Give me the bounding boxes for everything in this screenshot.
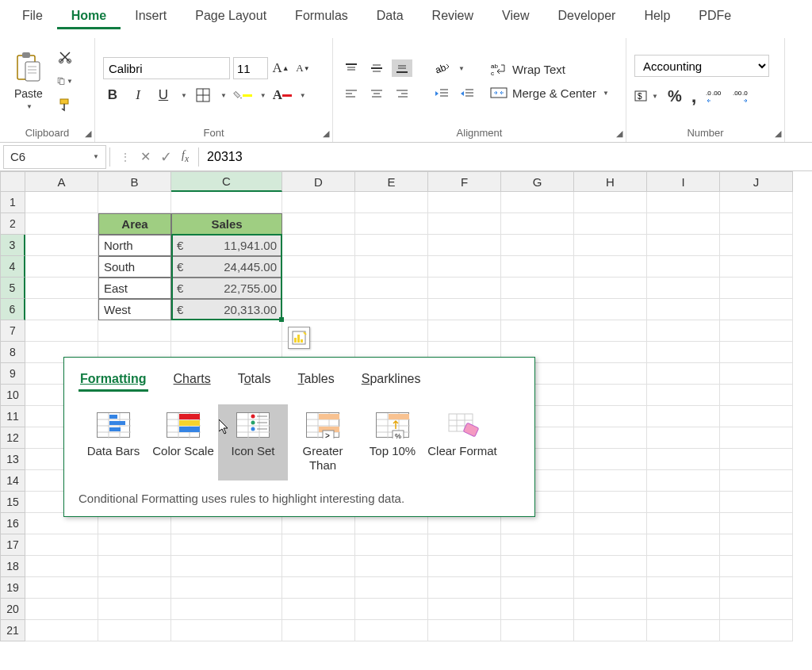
tab-formulas[interactable]: Formulas — [281, 2, 362, 29]
comma-button[interactable]: , — [691, 85, 697, 107]
increase-indent-button[interactable] — [457, 85, 477, 102]
cut-button[interactable] — [57, 49, 73, 65]
col-header[interactable]: I — [647, 171, 720, 192]
col-header[interactable]: D — [282, 171, 355, 192]
col-header[interactable]: H — [574, 171, 647, 192]
tab-data[interactable]: Data — [362, 2, 418, 29]
fill-handle[interactable] — [279, 317, 284, 322]
tab-developer[interactable]: Developer — [543, 2, 630, 29]
align-top-button[interactable] — [341, 59, 362, 77]
tab-insert[interactable]: Insert — [121, 2, 181, 29]
font-color-button[interactable]: A — [273, 86, 292, 105]
dialog-launcher-icon[interactable]: ◢ — [323, 128, 329, 139]
increase-decimal-button[interactable]: .0.00 — [706, 89, 723, 103]
qa-item-clear-format[interactable]: Clear Format — [427, 404, 497, 480]
decrease-font-button[interactable]: A▼ — [293, 59, 312, 78]
row-header[interactable]: 6 — [0, 299, 25, 320]
font-name-select[interactable] — [103, 57, 230, 79]
format-painter-button[interactable] — [57, 97, 73, 113]
cell[interactable]: North — [98, 235, 171, 256]
col-header[interactable]: F — [428, 171, 501, 192]
bold-button[interactable]: B — [103, 86, 122, 105]
cell[interactable]: East — [98, 278, 171, 299]
qa-tab-sparklines[interactable]: Sparklines — [360, 369, 423, 392]
italic-button[interactable]: I — [128, 86, 147, 105]
number-format-select[interactable]: Accounting — [634, 55, 769, 77]
decrease-indent-button[interactable] — [431, 85, 452, 102]
row-header[interactable]: 12 — [0, 427, 25, 449]
qa-item-data-bars[interactable]: Data Bars — [79, 404, 148, 480]
tab-page-layout[interactable]: Page Layout — [181, 2, 281, 29]
row-header[interactable]: 18 — [0, 556, 25, 577]
fill-color-button[interactable] — [233, 86, 252, 105]
cell[interactable]: €11,941.00 — [171, 235, 282, 256]
align-left-button[interactable] — [341, 85, 362, 102]
cell[interactable]: South — [98, 256, 171, 278]
col-header[interactable]: C — [171, 171, 282, 192]
cancel-icon[interactable]: ✕ — [140, 149, 151, 164]
row-header[interactable]: 14 — [0, 470, 25, 492]
qa-item-top-10[interactable]: % Top 10% — [358, 404, 427, 480]
row-header[interactable]: 21 — [0, 620, 25, 641]
cell[interactable]: €24,445.00 — [171, 256, 282, 278]
qa-item-icon-set[interactable]: Icon Set — [218, 404, 288, 480]
col-header[interactable]: B — [98, 171, 171, 192]
qa-tab-charts[interactable]: Charts — [172, 369, 213, 392]
row-header[interactable]: 19 — [0, 577, 25, 599]
row-header[interactable]: 4 — [0, 256, 25, 278]
quick-analysis-button[interactable] — [288, 327, 310, 349]
cell[interactable]: €20,313.00 — [171, 299, 282, 320]
tab-help[interactable]: Help — [630, 2, 684, 29]
tab-file[interactable]: File — [8, 2, 57, 29]
row-header[interactable]: 7 — [0, 320, 25, 342]
row-header[interactable]: 2 — [0, 213, 25, 235]
fx-icon[interactable]: fx — [182, 149, 189, 164]
tab-pdf[interactable]: PDFe — [684, 2, 745, 29]
cell[interactable]: West — [98, 299, 171, 320]
row-header[interactable]: 10 — [0, 385, 25, 406]
merge-center-button[interactable]: Merge & Center ▼ — [490, 86, 609, 100]
tab-home[interactable]: Home — [57, 2, 121, 29]
dialog-launcher-icon[interactable]: ◢ — [85, 128, 91, 139]
row-header[interactable]: 9 — [0, 363, 25, 385]
select-all-corner[interactable] — [0, 171, 25, 192]
tab-view[interactable]: View — [488, 2, 543, 29]
qa-item-color-scale[interactable]: Color Scale — [148, 404, 218, 480]
underline-button[interactable]: U — [154, 86, 173, 105]
dropdown-icon[interactable]: ⋮ — [120, 151, 131, 163]
align-middle-button[interactable] — [366, 59, 387, 77]
enter-icon[interactable]: ✓ — [160, 148, 172, 166]
col-header[interactable]: J — [720, 171, 793, 192]
row-header[interactable]: 11 — [0, 406, 25, 427]
spreadsheet-grid[interactable]: A B C D E F G H I J 1 2AreaSales 3North€… — [0, 171, 812, 641]
qa-tab-formatting[interactable]: Formatting — [79, 369, 148, 392]
qa-tab-tables[interactable]: Tables — [296, 369, 335, 392]
align-right-button[interactable] — [392, 85, 412, 102]
qa-tab-totals[interactable]: Totals — [236, 369, 273, 392]
row-header[interactable]: 13 — [0, 449, 25, 470]
decrease-decimal-button[interactable]: .00.0 — [733, 89, 750, 103]
row-header[interactable]: 20 — [0, 599, 25, 620]
qa-item-greater-than[interactable]: > Greater Than — [288, 404, 358, 480]
row-header[interactable]: 15 — [0, 492, 25, 513]
col-header[interactable]: G — [501, 171, 574, 192]
borders-button[interactable] — [193, 86, 213, 105]
font-size-select[interactable] — [233, 57, 268, 79]
wrap-text-button[interactable]: abc Wrap Text — [490, 62, 609, 76]
row-header[interactable]: 3 — [0, 235, 25, 256]
formula-input[interactable] — [199, 147, 812, 167]
orientation-button[interactable]: ab — [431, 59, 452, 77]
row-header[interactable]: 17 — [0, 534, 25, 556]
cell[interactable]: Sales — [171, 213, 282, 235]
percent-button[interactable]: % — [668, 87, 682, 105]
dialog-launcher-icon[interactable]: ◢ — [616, 128, 622, 139]
accounting-format-button[interactable]: $▼ — [634, 89, 658, 103]
align-center-button[interactable] — [366, 85, 387, 102]
row-header[interactable]: 16 — [0, 513, 25, 534]
row-header[interactable]: 1 — [0, 192, 25, 213]
col-header[interactable]: A — [25, 171, 98, 192]
row-header[interactable]: 5 — [0, 278, 25, 299]
dialog-launcher-icon[interactable]: ◢ — [775, 128, 781, 139]
copy-button[interactable]: ▼ — [57, 73, 73, 89]
tab-review[interactable]: Review — [418, 2, 488, 29]
